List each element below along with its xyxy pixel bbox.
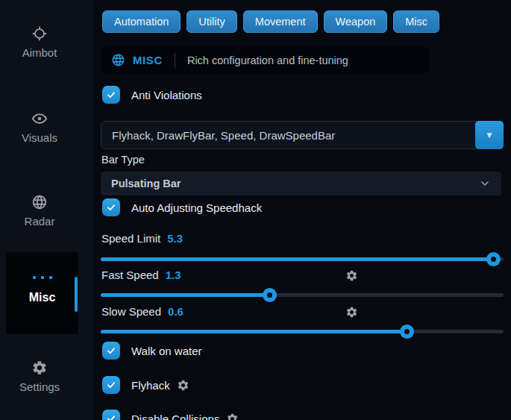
bars-multiselect-value: Flyhack, DrawFlyBar, Speed, DrawSpeedBar	[112, 129, 335, 142]
tab-utility[interactable]: Utility	[186, 10, 236, 33]
slider-fill	[101, 293, 270, 297]
bar-type-select[interactable]: Pulsating Bar	[101, 172, 501, 195]
ellipsis-icon	[32, 275, 53, 280]
fast-speed-gear-icon[interactable]	[345, 269, 358, 282]
main-panel: Automation Utility Movement Weapon Misc …	[93, 0, 511, 420]
anti-violations-row: Anti Violations	[102, 86, 202, 104]
check-icon	[106, 380, 116, 390]
section-header: MISC Rich configuration and fine-tuning	[101, 46, 429, 75]
speed-limit-slider[interactable]	[101, 252, 504, 266]
sidebar-item-visuals[interactable]: Visuals	[0, 110, 79, 144]
flyhack-checkbox[interactable]	[102, 376, 120, 394]
divider	[175, 53, 175, 68]
disable-collisions-gear-icon[interactable]	[226, 413, 239, 420]
check-icon	[106, 345, 116, 356]
check-icon	[106, 202, 116, 213]
auto-adjusting-row: Auto Adjusting Speedhack	[102, 198, 262, 216]
slider-thumb[interactable]	[263, 288, 277, 302]
category-tabs: Automation Utility Movement Weapon Misc	[102, 10, 439, 33]
speed-limit-label-row: Speed Limit 5.3	[101, 232, 183, 245]
active-indicator	[75, 277, 78, 312]
fast-speed-label: Fast Speed	[101, 269, 159, 281]
bars-multiselect[interactable]: Flyhack, DrawFlyBar, Speed, DrawSpeedBar…	[101, 121, 504, 149]
tab-misc[interactable]: Misc	[393, 10, 439, 33]
triangle-down-icon: ▼	[485, 130, 494, 140]
gear-icon	[31, 360, 48, 376]
bar-type-label: Bar Type	[101, 154, 145, 166]
sidebar-item-settings[interactable]: Settings	[0, 360, 79, 393]
anti-violations-checkbox[interactable]	[102, 86, 120, 104]
check-icon	[106, 90, 116, 100]
slider-thumb[interactable]	[400, 325, 414, 339]
slow-speed-label: Slow Speed	[101, 305, 161, 318]
walk-on-water-row: Walk on water	[102, 342, 201, 360]
slider-thumb[interactable]	[486, 252, 501, 266]
slow-speed-label-row: Slow Speed 0.6	[101, 305, 184, 318]
sidebar-item-label: Settings	[0, 380, 79, 393]
disable-collisions-label: Disable Collisions	[131, 413, 219, 420]
section-subtitle: Rich configuration and fine-tuning	[187, 54, 348, 66]
sidebar-item-label: Aimbot	[0, 46, 79, 59]
tab-movement[interactable]: Movement	[243, 10, 318, 33]
flyhack-label: Flyhack	[131, 379, 170, 392]
check-icon	[106, 413, 116, 420]
globe-icon	[111, 53, 125, 67]
speed-limit-value: 5.3	[167, 232, 183, 245]
bars-multiselect-open-button[interactable]: ▼	[475, 121, 504, 149]
disable-collisions-row: Disable Collisions	[102, 410, 239, 420]
fast-speed-value: 1.3	[166, 269, 181, 281]
eye-icon	[31, 110, 48, 127]
flyhack-gear-icon[interactable]	[177, 379, 189, 392]
sidebar-item-label: Visuals	[0, 131, 79, 144]
walk-on-water-label: Walk on water	[131, 345, 201, 357]
disable-collisions-checkbox[interactable]	[102, 410, 120, 420]
sidebar-item-label: Misc	[6, 291, 78, 304]
globe-icon	[31, 194, 48, 210]
sidebar-item-misc[interactable]: Misc	[6, 252, 78, 334]
sidebar: Aimbot Visuals Radar Misc Settings	[0, 0, 93, 420]
tab-automation[interactable]: Automation	[102, 10, 181, 33]
sidebar-item-radar[interactable]: Radar	[0, 194, 79, 228]
sidebar-item-aimbot[interactable]: Aimbot	[0, 25, 79, 59]
flyhack-row: Flyhack	[102, 376, 189, 394]
chevron-down-icon	[479, 178, 491, 189]
anti-violations-label: Anti Violations	[131, 89, 202, 101]
bar-type-value: Pulsating Bar	[111, 178, 479, 189]
sidebar-item-label: Radar	[0, 215, 79, 228]
slider-fill	[101, 330, 407, 333]
slider-fill	[101, 257, 494, 261]
auto-adjusting-label: Auto Adjusting Speedhack	[131, 201, 262, 214]
crosshair-icon	[31, 25, 48, 42]
slow-speed-slider[interactable]	[101, 325, 504, 339]
tab-weapon[interactable]: Weapon	[324, 10, 388, 33]
slow-speed-value: 0.6	[168, 305, 184, 318]
slow-speed-gear-icon[interactable]	[345, 306, 358, 319]
fast-speed-slider[interactable]	[101, 288, 504, 302]
speed-limit-label: Speed Limit	[101, 232, 160, 245]
section-title: MISC	[133, 54, 163, 66]
auto-adjusting-checkbox[interactable]	[102, 198, 120, 216]
fast-speed-label-row: Fast Speed 1.3	[101, 269, 181, 281]
walk-on-water-checkbox[interactable]	[102, 342, 120, 360]
